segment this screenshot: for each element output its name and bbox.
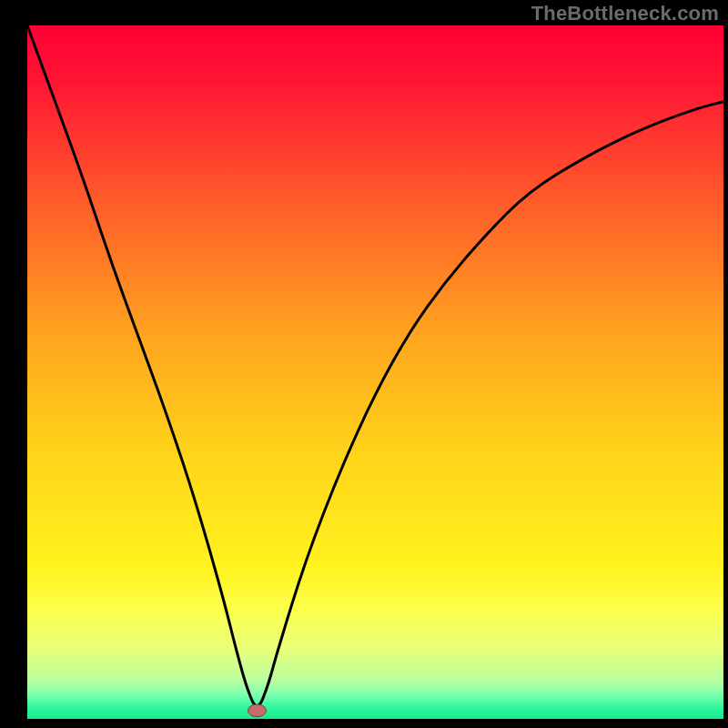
chart-container: TheBottleneck.com xyxy=(0,0,728,728)
bottleneck-chart xyxy=(0,0,728,728)
plot-background xyxy=(27,25,723,719)
minimum-marker xyxy=(248,704,267,717)
